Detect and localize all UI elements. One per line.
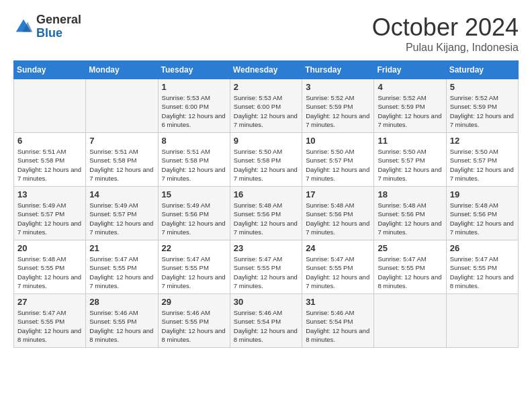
cell-content: Sunrise: 5:48 AM Sunset: 5:56 PM Dayligh… — [234, 201, 298, 236]
header-monday: Monday — [86, 61, 158, 79]
logo-general: General — [36, 13, 81, 27]
cell-content: Sunrise: 5:47 AM Sunset: 5:55 PM Dayligh… — [378, 255, 442, 290]
calendar-cell: 29Sunrise: 5:46 AM Sunset: 5:55 PM Dayli… — [158, 294, 230, 348]
cell-content: Sunrise: 5:47 AM Sunset: 5:55 PM Dayligh… — [17, 308, 82, 344]
calendar-cell: 22Sunrise: 5:47 AM Sunset: 5:55 PM Dayli… — [158, 240, 230, 294]
cell-content: Sunrise: 5:50 AM Sunset: 5:57 PM Dayligh… — [378, 147, 442, 183]
header-thursday: Thursday — [302, 61, 374, 79]
cell-content: Sunrise: 5:48 AM Sunset: 5:56 PM Dayligh… — [450, 201, 515, 236]
header-saturday: Saturday — [446, 61, 518, 79]
calendar-cell: 3Sunrise: 5:52 AM Sunset: 5:59 PM Daylig… — [302, 79, 374, 133]
calendar-cell — [86, 79, 158, 133]
day-number: 16 — [234, 189, 298, 199]
day-number: 4 — [378, 82, 442, 92]
day-number: 26 — [450, 243, 515, 253]
day-number: 7 — [89, 136, 154, 146]
calendar-cell: 16Sunrise: 5:48 AM Sunset: 5:56 PM Dayli… — [230, 187, 302, 240]
day-number: 2 — [234, 82, 298, 92]
calendar-week-row: 6Sunrise: 5:51 AM Sunset: 5:58 PM Daylig… — [14, 133, 519, 187]
calendar-cell: 30Sunrise: 5:46 AM Sunset: 5:54 PM Dayli… — [230, 294, 302, 348]
cell-content: Sunrise: 5:52 AM Sunset: 5:59 PM Dayligh… — [306, 93, 370, 129]
cell-content: Sunrise: 5:50 AM Sunset: 5:58 PM Dayligh… — [234, 147, 298, 183]
calendar-week-row: 27Sunrise: 5:47 AM Sunset: 5:55 PM Dayli… — [14, 294, 519, 348]
cell-content: Sunrise: 5:47 AM Sunset: 5:55 PM Dayligh… — [89, 255, 154, 290]
calendar-cell: 12Sunrise: 5:50 AM Sunset: 5:57 PM Dayli… — [446, 133, 518, 187]
calendar-cell: 24Sunrise: 5:47 AM Sunset: 5:55 PM Dayli… — [302, 240, 374, 294]
page-header: General Blue October 2024 Pulau Kijang, … — [13, 13, 519, 54]
calendar-cell — [374, 294, 446, 348]
calendar-cell: 18Sunrise: 5:48 AM Sunset: 5:56 PM Dayli… — [374, 187, 446, 240]
logo-blue: Blue — [36, 27, 81, 40]
calendar-cell: 28Sunrise: 5:46 AM Sunset: 5:55 PM Dayli… — [86, 294, 158, 348]
header-wednesday: Wednesday — [230, 61, 302, 79]
cell-content: Sunrise: 5:47 AM Sunset: 5:55 PM Dayligh… — [234, 255, 298, 290]
day-number: 12 — [450, 136, 515, 146]
calendar-cell: 4Sunrise: 5:52 AM Sunset: 5:59 PM Daylig… — [374, 79, 446, 133]
location-subtitle: Pulau Kijang, Indonesia — [372, 42, 519, 54]
logo: General Blue — [13, 13, 81, 40]
day-number: 18 — [378, 189, 442, 199]
cell-content: Sunrise: 5:51 AM Sunset: 5:58 PM Dayligh… — [162, 147, 226, 183]
day-number: 24 — [306, 243, 370, 253]
day-number: 30 — [234, 297, 298, 307]
cell-content: Sunrise: 5:48 AM Sunset: 5:56 PM Dayligh… — [378, 201, 442, 236]
header-sunday: Sunday — [14, 61, 86, 79]
calendar-cell: 1Sunrise: 5:53 AM Sunset: 6:00 PM Daylig… — [158, 79, 230, 133]
calendar-cell: 7Sunrise: 5:51 AM Sunset: 5:58 PM Daylig… — [86, 133, 158, 187]
day-number: 10 — [306, 136, 370, 146]
calendar-cell: 13Sunrise: 5:49 AM Sunset: 5:57 PM Dayli… — [14, 187, 86, 240]
calendar-cell: 9Sunrise: 5:50 AM Sunset: 5:58 PM Daylig… — [230, 133, 302, 187]
day-number: 15 — [162, 189, 226, 199]
calendar-cell: 14Sunrise: 5:49 AM Sunset: 5:57 PM Dayli… — [86, 187, 158, 240]
calendar-cell: 10Sunrise: 5:50 AM Sunset: 5:57 PM Dayli… — [302, 133, 374, 187]
cell-content: Sunrise: 5:46 AM Sunset: 5:55 PM Dayligh… — [162, 308, 226, 344]
day-number: 22 — [162, 243, 226, 253]
calendar-week-row: 13Sunrise: 5:49 AM Sunset: 5:57 PM Dayli… — [14, 187, 519, 240]
cell-content: Sunrise: 5:46 AM Sunset: 5:54 PM Dayligh… — [234, 308, 298, 344]
day-number: 6 — [17, 136, 82, 146]
calendar-cell: 20Sunrise: 5:48 AM Sunset: 5:55 PM Dayli… — [14, 240, 86, 294]
logo-text: General Blue — [36, 13, 81, 40]
cell-content: Sunrise: 5:48 AM Sunset: 5:56 PM Dayligh… — [306, 201, 370, 236]
calendar-cell — [14, 79, 86, 133]
calendar-week-row: 20Sunrise: 5:48 AM Sunset: 5:55 PM Dayli… — [14, 240, 519, 294]
day-number: 23 — [234, 243, 298, 253]
calendar-cell: 11Sunrise: 5:50 AM Sunset: 5:57 PM Dayli… — [374, 133, 446, 187]
day-number: 8 — [162, 136, 226, 146]
cell-content: Sunrise: 5:49 AM Sunset: 5:57 PM Dayligh… — [17, 201, 82, 236]
cell-content: Sunrise: 5:52 AM Sunset: 5:59 PM Dayligh… — [378, 93, 442, 129]
header-friday: Friday — [374, 61, 446, 79]
cell-content: Sunrise: 5:51 AM Sunset: 5:58 PM Dayligh… — [17, 147, 82, 183]
month-year-title: October 2024 — [372, 13, 519, 42]
day-number: 1 — [162, 82, 226, 92]
calendar-cell: 26Sunrise: 5:47 AM Sunset: 5:55 PM Dayli… — [446, 240, 518, 294]
calendar-cell: 15Sunrise: 5:49 AM Sunset: 5:56 PM Dayli… — [158, 187, 230, 240]
cell-content: Sunrise: 5:47 AM Sunset: 5:55 PM Dayligh… — [306, 255, 370, 290]
day-number: 21 — [89, 243, 154, 253]
cell-content: Sunrise: 5:53 AM Sunset: 6:00 PM Dayligh… — [234, 93, 298, 129]
calendar-cell: 19Sunrise: 5:48 AM Sunset: 5:56 PM Dayli… — [446, 187, 518, 240]
day-number: 27 — [17, 297, 82, 307]
calendar-cell: 31Sunrise: 5:46 AM Sunset: 5:54 PM Dayli… — [302, 294, 374, 348]
calendar-cell: 21Sunrise: 5:47 AM Sunset: 5:55 PM Dayli… — [86, 240, 158, 294]
day-number: 17 — [306, 189, 370, 199]
cell-content: Sunrise: 5:47 AM Sunset: 5:55 PM Dayligh… — [450, 255, 515, 290]
cell-content: Sunrise: 5:50 AM Sunset: 5:57 PM Dayligh… — [450, 147, 515, 183]
day-number: 14 — [89, 189, 154, 199]
calendar-cell: 17Sunrise: 5:48 AM Sunset: 5:56 PM Dayli… — [302, 187, 374, 240]
cell-content: Sunrise: 5:46 AM Sunset: 5:55 PM Dayligh… — [89, 308, 154, 344]
header-tuesday: Tuesday — [158, 61, 230, 79]
day-number: 25 — [378, 243, 442, 253]
cell-content: Sunrise: 5:46 AM Sunset: 5:54 PM Dayligh… — [306, 308, 370, 344]
cell-content: Sunrise: 5:49 AM Sunset: 5:57 PM Dayligh… — [89, 201, 154, 236]
day-number: 13 — [17, 189, 82, 199]
calendar-cell: 27Sunrise: 5:47 AM Sunset: 5:55 PM Dayli… — [14, 294, 86, 348]
calendar-table: Sunday Monday Tuesday Wednesday Thursday… — [13, 60, 519, 348]
calendar-cell: 6Sunrise: 5:51 AM Sunset: 5:58 PM Daylig… — [14, 133, 86, 187]
title-block: October 2024 Pulau Kijang, Indonesia — [372, 13, 519, 54]
day-number: 31 — [306, 297, 370, 307]
day-number: 19 — [450, 189, 515, 199]
cell-content: Sunrise: 5:49 AM Sunset: 5:56 PM Dayligh… — [162, 201, 226, 236]
calendar-cell: 25Sunrise: 5:47 AM Sunset: 5:55 PM Dayli… — [374, 240, 446, 294]
day-number: 20 — [17, 243, 82, 253]
